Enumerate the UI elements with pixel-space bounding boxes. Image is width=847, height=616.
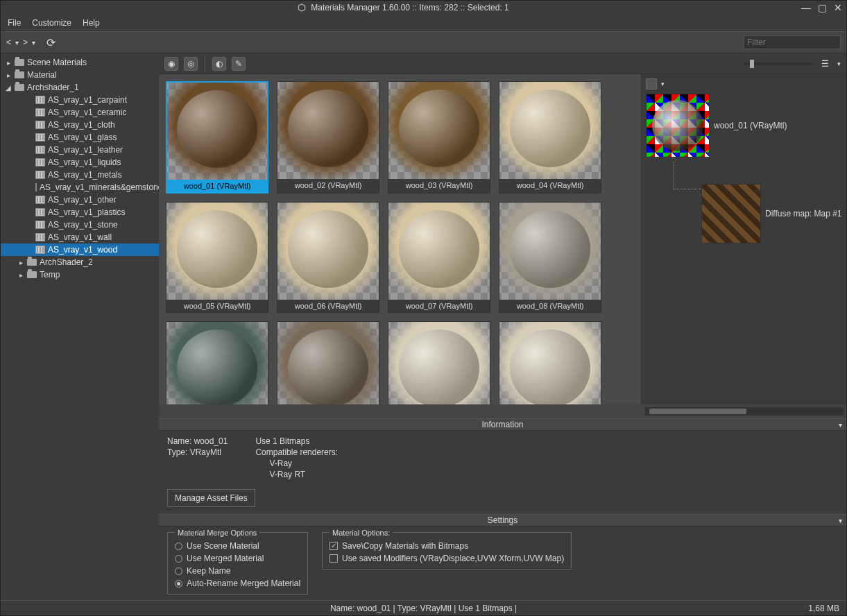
close-button[interactable]: ✕	[834, 2, 842, 13]
folder-icon	[15, 71, 24, 78]
thumbnail-image	[166, 322, 268, 404]
sort-icon[interactable]: ☰	[818, 57, 832, 71]
info-bitmaps: Use 1 Bitmaps	[255, 436, 338, 446]
check-save-copy-bitmaps[interactable]: Save\Copy Materials with Bitmaps	[330, 541, 564, 551]
tree-item[interactable]: AS_vray_v1_leather	[1, 144, 159, 156]
material-thumbnail[interactable]: wood_06 (VRayMtl)	[277, 202, 379, 313]
tree-item[interactable]: AS_vray_v1_ceramic	[1, 106, 159, 119]
sort-dropdown-icon[interactable]: ▾	[837, 60, 841, 67]
tree-item[interactable]: AS_vray_v1_stone	[1, 219, 159, 231]
thumbnail-image	[388, 322, 490, 404]
material-thumbnail[interactable]: wood_01 (VRayMtl)	[166, 81, 268, 194]
zoom-slider[interactable]	[743, 62, 812, 65]
thumbnail-image	[166, 203, 268, 300]
status-size: 1,68 MB	[808, 604, 839, 613]
material-thumbnail[interactable]: wood_11 (VRayMtl)	[388, 321, 490, 404]
material-lib-icon	[35, 171, 45, 179]
menu-help[interactable]: Help	[83, 18, 100, 28]
material-lib-icon	[35, 158, 45, 166]
nav-back-icon[interactable]: <	[6, 37, 11, 47]
diffuse-map-thumb[interactable]	[701, 184, 761, 243]
node-connector	[674, 162, 701, 189]
material-thumbnail[interactable]: wood_10 (VRayMtl)	[277, 321, 379, 404]
material-lib-icon	[35, 221, 45, 229]
window-title: Materials Manager 1.60.00 :: Items: 282 …	[311, 3, 509, 12]
status-bar: Name: wood_01 | Type: VRayMtl | Use 1 Bi…	[1, 600, 846, 615]
menu-customize[interactable]: Customize	[32, 18, 71, 28]
tree-archshader-2[interactable]: ▸ArchShader_2	[1, 256, 159, 268]
tree-item[interactable]: AS_vray_v1_cloth	[1, 119, 159, 131]
assign-material-icon[interactable]: ◉	[164, 57, 178, 71]
tree-temp[interactable]: ▸Temp	[1, 268, 159, 281]
manage-asset-files-button[interactable]: Manage Asset Files	[167, 489, 255, 507]
thumbnail-image	[499, 322, 601, 404]
radio-use-scene-material[interactable]: Use Scene Material	[175, 541, 300, 551]
panel-toggle-1[interactable]	[646, 78, 657, 89]
maximize-button[interactable]: ▢	[818, 2, 827, 13]
folder-icon	[15, 84, 24, 91]
material-tree[interactable]: ▸Scene Materials ▸Material ◢Archshader_1…	[1, 53, 159, 600]
thumbnail-grid-area[interactable]: wood_01 (VRayMtl)wood_02 (VRayMtl)wood_0…	[159, 74, 641, 404]
tree-item[interactable]: AS_vray_v1_liquids	[1, 156, 159, 169]
material-lib-icon	[35, 96, 45, 104]
thumbnail-image	[277, 82, 379, 179]
material-lib-icon	[35, 133, 45, 142]
nav-forward-icon[interactable]: >	[23, 37, 28, 47]
radio-keep-name[interactable]: Keep Name	[175, 566, 300, 576]
nav-back-more[interactable]: ▾	[15, 39, 19, 46]
material-thumbnail[interactable]: wood_04 (VRayMtl)	[499, 81, 601, 194]
tree-item[interactable]: AS_vray_v1_metals	[1, 169, 159, 181]
nav-forward-more[interactable]: ▾	[32, 39, 35, 46]
tree-item[interactable]: AS_vray_v1_minerals&gemstone	[1, 181, 159, 194]
show-map-icon[interactable]: ◐	[212, 57, 226, 71]
tree-item[interactable]: AS_vray_v1_plastics	[1, 206, 159, 219]
material-thumbnail[interactable]: wood_09 (VRayMtl)	[166, 321, 268, 404]
filter-input[interactable]	[744, 35, 841, 49]
folder-icon	[27, 271, 37, 278]
preview-material-label: wood_01 (VRayMtl)	[714, 121, 787, 130]
panel-dropdown-icon[interactable]: ▾	[661, 80, 665, 87]
thumbnail-label: wood_04 (VRayMtl)	[499, 179, 601, 191]
thumbnail-label: wood_05 (VRayMtl)	[166, 300, 268, 312]
tree-item[interactable]: AS_vray_v1_glass	[1, 131, 159, 144]
preview-scrollbar[interactable]	[645, 407, 844, 416]
material-sphere-preview[interactable]	[646, 94, 710, 157]
material-thumbnail[interactable]: wood_05 (VRayMtl)	[166, 202, 268, 313]
tree-item[interactable]: AS_vray_v1_other	[1, 194, 159, 206]
edit-material-icon[interactable]: ✎	[232, 57, 246, 71]
tree-item[interactable]: AS_vray_v1_carpaint	[1, 94, 159, 106]
material-lib-icon	[35, 108, 45, 117]
info-name: Name: wood_01	[167, 436, 228, 446]
thumbnail-image	[388, 82, 490, 179]
tree-item[interactable]: AS_vray_v1_wood	[1, 243, 159, 256]
radio-use-merged-material[interactable]: Use Merged Material	[175, 554, 300, 563]
tree-material[interactable]: ▸Material	[1, 69, 159, 81]
minimize-button[interactable]: —	[801, 2, 811, 13]
material-thumbnail[interactable]: wood_12 (VRayMtl)	[499, 321, 601, 404]
material-options: Material Options: Save\Copy Materials wi…	[322, 532, 572, 570]
menu-file[interactable]: File	[8, 18, 21, 28]
folder-icon	[27, 259, 37, 266]
assign-selection-icon[interactable]: ◎	[184, 57, 198, 71]
tree-archshader-1[interactable]: ◢Archshader_1	[1, 81, 159, 94]
information-header[interactable]: Information▾	[159, 418, 846, 431]
material-thumbnail[interactable]: wood_08 (VRayMtl)	[499, 202, 601, 313]
material-lib-icon	[35, 183, 37, 191]
radio-auto-rename[interactable]: Auto-Rename Merged Material	[175, 579, 300, 588]
check-use-saved-modifiers[interactable]: Use saved Modifiers (VRayDisplace,UVW Xf…	[330, 554, 564, 563]
thumbnail-label: wood_07 (VRayMtl)	[388, 300, 490, 312]
preview-map-label: Diffuse map: Map #1	[765, 209, 842, 219]
material-thumbnail[interactable]: wood_07 (VRayMtl)	[388, 202, 490, 313]
thumbnail-label: wood_02 (VRayMtl)	[277, 179, 379, 191]
material-thumbnail[interactable]: wood_02 (VRayMtl)	[277, 81, 379, 194]
thumbnail-image	[277, 203, 379, 300]
tree-scene-materials[interactable]: ▸Scene Materials	[1, 56, 159, 69]
thumbnail-image	[499, 82, 601, 179]
title-bar: Materials Manager 1.60.00 :: Items: 282 …	[1, 1, 846, 15]
app-icon	[297, 3, 307, 12]
refresh-icon[interactable]: ⟳	[46, 36, 55, 49]
settings-header[interactable]: Settings▾	[159, 514, 846, 527]
material-thumbnail[interactable]: wood_03 (VRayMtl)	[388, 81, 490, 194]
thumbnail-label: wood_03 (VRayMtl)	[388, 179, 490, 191]
tree-item[interactable]: AS_vray_v1_wall	[1, 231, 159, 243]
